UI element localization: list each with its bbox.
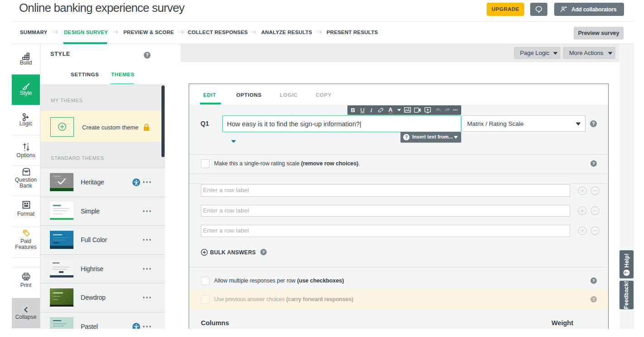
svg-text:?: ? bbox=[592, 161, 595, 166]
svg-text:?: ? bbox=[262, 249, 265, 254]
svg-text:?: ? bbox=[592, 278, 595, 283]
svg-text:?: ? bbox=[592, 297, 595, 302]
svg-text:?: ? bbox=[624, 271, 629, 274]
svg-text:?: ? bbox=[146, 52, 148, 58]
svg-text:?: ? bbox=[405, 134, 408, 139]
svg-text:?: ? bbox=[592, 121, 595, 126]
